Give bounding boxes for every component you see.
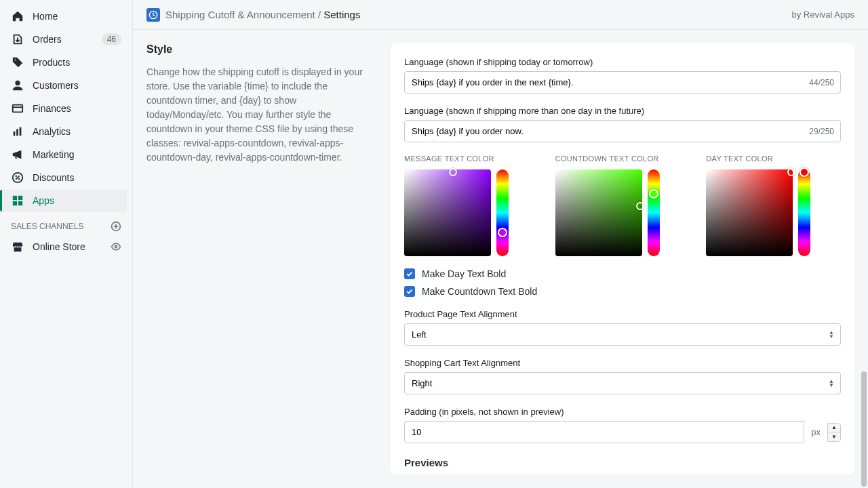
- app-logo-icon: [146, 8, 160, 22]
- nav-discounts[interactable]: Discounts: [5, 167, 127, 188]
- nav-apps[interactable]: Apps: [0, 190, 127, 211]
- svg-rect-6: [13, 196, 17, 200]
- lang1-char-count: 44/250: [809, 78, 834, 87]
- lang2-input[interactable]: [404, 120, 841, 142]
- main: Shipping Cutoff & Announcement / Setting…: [132, 0, 868, 488]
- countdown-color-picker[interactable]: [555, 169, 690, 256]
- apps-icon: [11, 194, 24, 207]
- nav-label: Products: [33, 57, 121, 68]
- customers-icon: [11, 79, 24, 92]
- cart-align-label: Shopping Cart Text Alignment: [404, 358, 841, 368]
- discounts-icon: [11, 171, 24, 184]
- orders-badge: 46: [102, 33, 121, 45]
- day-color-label: DAY TEXT COLOR: [706, 155, 841, 163]
- message-hue-bar[interactable]: [496, 169, 509, 256]
- section-title: Style: [146, 43, 370, 56]
- nav-label: Apps: [33, 195, 121, 206]
- sales-channels-header: SALES CHANNELS: [5, 213, 127, 236]
- sidebar: Home Orders 46 Products Customers Financ…: [0, 0, 132, 488]
- nav-label: Marketing: [33, 149, 121, 160]
- nav-orders[interactable]: Orders 46: [5, 28, 127, 50]
- svg-rect-9: [18, 201, 22, 205]
- day-color-picker[interactable]: [706, 169, 841, 256]
- orders-icon: [11, 33, 24, 46]
- lang1-input[interactable]: [404, 71, 841, 94]
- product-align-label: Product Page Text Alignment: [404, 309, 841, 319]
- day-hue-bar[interactable]: [798, 169, 810, 256]
- padding-unit: px: [804, 427, 827, 437]
- svg-rect-2: [14, 131, 16, 136]
- nav-finances[interactable]: Finances: [5, 98, 127, 119]
- marketing-icon: [11, 148, 24, 161]
- message-saturation-area[interactable]: [404, 169, 491, 256]
- breadcrumb-parent[interactable]: Shipping Cutoff & Announcement: [165, 9, 315, 20]
- attribution: by Revival Apps: [792, 9, 855, 20]
- svg-rect-3: [16, 129, 18, 136]
- padding-input[interactable]: [404, 421, 804, 443]
- products-icon: [11, 56, 24, 69]
- nav-label: Discounts: [33, 172, 121, 183]
- day-bold-checkbox-row[interactable]: Make Day Text Bold: [404, 268, 841, 279]
- nav-label: Online Store: [33, 241, 111, 252]
- nav-home[interactable]: Home: [5, 5, 127, 27]
- view-store-icon[interactable]: [111, 241, 121, 252]
- nav-label: Finances: [33, 103, 121, 114]
- content: Style Change how the shipping cutoff is …: [133, 30, 868, 488]
- checkbox-checked-icon[interactable]: [404, 268, 415, 279]
- checkbox-checked-icon[interactable]: [404, 286, 415, 297]
- nav-marketing[interactable]: Marketing: [5, 144, 127, 165]
- add-channel-icon[interactable]: [111, 221, 121, 232]
- previews-title: Previews: [404, 457, 841, 468]
- message-color-picker[interactable]: [404, 169, 539, 256]
- nav-online-store[interactable]: Online Store: [5, 236, 127, 258]
- lang2-char-count: 29/250: [809, 127, 834, 136]
- svg-rect-4: [20, 127, 22, 136]
- day-bold-label: Make Day Text Bold: [422, 268, 506, 279]
- nav-products[interactable]: Products: [5, 52, 127, 73]
- finances-icon: [11, 102, 24, 115]
- nav-customers[interactable]: Customers: [5, 75, 127, 96]
- analytics-icon: [11, 125, 24, 138]
- nav-analytics[interactable]: Analytics: [5, 121, 127, 142]
- svg-rect-1: [13, 105, 22, 113]
- section-label: SALES CHANNELS: [11, 222, 83, 231]
- store-icon: [11, 240, 24, 253]
- nav-label: Customers: [33, 80, 121, 91]
- lang1-label: Language (shown if shipping today or tom…: [404, 57, 841, 67]
- svg-point-0: [15, 81, 20, 85]
- section-help: Change how the shipping cutoff is displa…: [146, 65, 370, 165]
- breadcrumb-current: Settings: [323, 9, 360, 20]
- stepper-down-icon[interactable]: ▼: [828, 432, 840, 441]
- lang2-label: Language (shown if shipping more than on…: [404, 106, 841, 116]
- scrollbar-thumb[interactable]: [861, 371, 867, 487]
- countdown-bold-label: Make Countdown Text Bold: [422, 286, 537, 297]
- day-saturation-area[interactable]: [706, 169, 793, 256]
- svg-rect-7: [18, 196, 22, 200]
- settings-panel: Language (shown if shipping today or tom…: [391, 43, 854, 474]
- padding-label: Padding (in pixels, not shown in preview…: [404, 407, 841, 417]
- breadcrumb: Shipping Cutoff & Announcement / Setting…: [165, 9, 360, 20]
- svg-rect-8: [13, 201, 17, 205]
- countdown-color-label: COUNTDOWN TEXT COLOR: [555, 155, 690, 163]
- message-color-label: MESSAGE TEXT COLOR: [404, 155, 539, 163]
- countdown-hue-bar[interactable]: [648, 169, 660, 256]
- countdown-saturation-area[interactable]: [555, 169, 642, 256]
- nav-label: Home: [33, 11, 121, 22]
- stepper-up-icon[interactable]: ▲: [828, 424, 840, 432]
- svg-point-11: [115, 245, 117, 247]
- nav-label: Analytics: [33, 126, 121, 137]
- home-icon: [11, 9, 24, 23]
- padding-stepper[interactable]: ▲ ▼: [827, 423, 841, 442]
- page-header: Shipping Cutoff & Announcement / Setting…: [133, 0, 868, 30]
- section-description: Style Change how the shipping cutoff is …: [146, 43, 377, 474]
- countdown-bold-checkbox-row[interactable]: Make Countdown Text Bold: [404, 286, 841, 297]
- product-align-select[interactable]: Left: [404, 323, 841, 346]
- nav-label: Orders: [33, 34, 102, 45]
- scrollbar[interactable]: [861, 33, 867, 487]
- cart-align-select[interactable]: Right: [404, 372, 841, 394]
